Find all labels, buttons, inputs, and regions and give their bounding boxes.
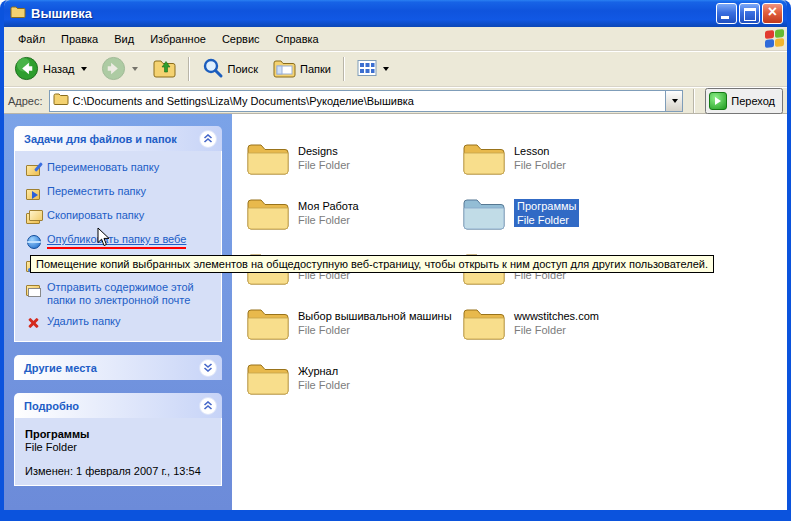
folder-icon: [246, 140, 290, 176]
file-type: File Folder: [514, 158, 566, 172]
go-label: Переход: [731, 95, 775, 107]
search-button[interactable]: Поиск: [196, 54, 264, 84]
go-icon: [709, 92, 727, 110]
address-label: Адрес:: [8, 95, 43, 107]
views-button[interactable]: [351, 56, 395, 82]
details-file-name: Программы: [25, 428, 217, 440]
task-link[interactable]: Переименовать папку: [25, 161, 217, 177]
folder-up-icon: [152, 57, 176, 81]
file-label: Выбор вышивальной машины File Folder: [298, 309, 452, 337]
expand-chevron-icon[interactable]: [199, 359, 217, 377]
window-title: Вышивка: [31, 6, 716, 21]
section-other-places: Другие места: [14, 355, 222, 380]
forward-icon: [101, 56, 126, 83]
title-bar: Вышивка: [4, 0, 787, 27]
windows-logo-icon: [765, 28, 785, 48]
back-label: Назад: [43, 63, 75, 75]
file-name: wwwstitches.com: [514, 309, 599, 323]
maximize-button[interactable]: [739, 3, 760, 24]
task-pane-sidebar: Задачи для файлов и папок Переименовать …: [4, 114, 232, 510]
window-controls: [716, 3, 783, 24]
file-type: File Folder: [298, 213, 359, 227]
toolbar-separator: [343, 57, 345, 81]
file-label: Lesson File Folder: [514, 144, 566, 172]
toolbar: Назад: [4, 51, 787, 87]
menu-item[interactable]: Вид: [106, 29, 142, 49]
details-title: Подробно: [24, 400, 79, 412]
file-type: File Folder: [298, 158, 350, 172]
folder-icon: [462, 140, 506, 176]
file-type: File Folder: [298, 378, 350, 392]
menu-item[interactable]: Избранное: [142, 29, 214, 49]
folder-icon: [462, 305, 506, 341]
file-pane: Designs File Folder: [232, 114, 787, 510]
back-icon: [14, 56, 39, 83]
file-tasks-header[interactable]: Задачи для файлов и папок: [14, 126, 222, 151]
desktop: Вышивка Файл Правка Вид Избранное: [0, 0, 796, 521]
file-name: Lesson: [514, 144, 566, 158]
file-tile[interactable]: Моя Работа File Folder: [246, 195, 462, 231]
section-file-tasks: Задачи для файлов и папок Переименовать …: [14, 126, 222, 342]
file-tasks-body: Переименовать папку Переместить папку Ск…: [14, 151, 222, 342]
file-name: Программы: [517, 199, 576, 213]
copy-icon: [25, 209, 41, 225]
task-link[interactable]: Отправить содержимое этой папки по элект…: [25, 281, 217, 307]
address-folder-icon: [53, 92, 69, 110]
search-label: Поиск: [228, 63, 258, 75]
folder-icon: [462, 195, 506, 231]
window-body: Задачи для файлов и папок Переименовать …: [4, 114, 787, 510]
delete-icon: [25, 315, 41, 331]
back-button[interactable]: Назад: [8, 53, 93, 86]
forward-button[interactable]: [95, 53, 144, 86]
file-type: File Folder: [517, 213, 576, 227]
window-folder-icon: [10, 5, 26, 23]
task-link[interactable]: Скопировать папку: [25, 209, 217, 225]
file-tile[interactable]: Lesson File Folder: [462, 140, 678, 176]
collapse-chevron-icon[interactable]: [199, 397, 217, 415]
address-input[interactable]: C:\Documents and Settings\Liza\My Docume…: [49, 90, 684, 112]
file-label: Журнал File Folder: [298, 364, 350, 392]
menu-item[interactable]: Справка: [268, 29, 327, 49]
address-dropdown-button[interactable]: [665, 91, 682, 111]
folders-label: Папки: [300, 63, 331, 75]
details-file-type: File Folder: [25, 441, 217, 453]
collapse-chevron-icon[interactable]: [199, 130, 217, 148]
details-header[interactable]: Подробно: [14, 393, 222, 418]
file-label: Программы File Folder: [514, 199, 579, 227]
task-link[interactable]: Удалить папку: [25, 315, 217, 331]
file-tile[interactable]: Выбор вышивальной машины File Folder: [246, 305, 462, 341]
forward-dropdown-icon: [132, 67, 138, 71]
section-details: Подробно Программы File Folder Изменен: …: [14, 393, 222, 486]
file-name: Моя Работа: [298, 199, 359, 213]
menu-item[interactable]: Правка: [53, 29, 106, 49]
file-name: Выбор вышивальной машины: [298, 309, 452, 323]
go-button[interactable]: Переход: [705, 88, 783, 114]
minimize-button[interactable]: [716, 3, 737, 24]
back-dropdown-icon: [81, 67, 87, 71]
close-button[interactable]: [762, 3, 783, 24]
file-tile[interactable]: wwwstitches.com File Folder: [462, 305, 678, 341]
file-label: Моя Работа File Folder: [298, 199, 359, 227]
file-label: Designs File Folder: [298, 144, 350, 172]
up-button[interactable]: [146, 54, 182, 84]
toolbar-separator: [188, 57, 190, 81]
file-tile[interactable]: Designs File Folder: [246, 140, 462, 176]
file-tile[interactable]: Программы File Folder: [462, 195, 678, 231]
email-icon: [25, 281, 41, 297]
file-tile[interactable]: Журнал File Folder: [246, 360, 462, 396]
folder-icon: [246, 195, 290, 231]
menu-item[interactable]: Сервис: [214, 29, 268, 49]
publish-icon: [25, 233, 41, 249]
file-name: Designs: [298, 144, 350, 158]
search-icon: [202, 57, 224, 81]
task-link[interactable]: Опубликовать папку в вебе: [25, 233, 217, 249]
task-link[interactable]: Переместить папку: [25, 185, 217, 201]
other-places-header[interactable]: Другие места: [14, 355, 222, 380]
details-modified: Изменен: 1 февраля 2007 г., 13:54: [25, 465, 217, 477]
menu-item[interactable]: Файл: [10, 29, 53, 49]
folders-button[interactable]: Папки: [266, 54, 337, 84]
views-dropdown-icon: [383, 67, 389, 71]
address-bar: Адрес: C:\Documents and Settings\Liza\My…: [4, 87, 787, 114]
file-tasks-title: Задачи для файлов и папок: [24, 133, 177, 145]
folder-icon: [246, 305, 290, 341]
